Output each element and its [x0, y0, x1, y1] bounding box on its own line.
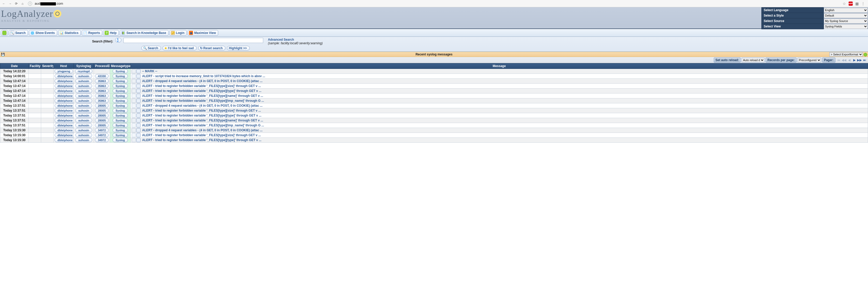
- msgtype-chip[interactable]: Syslog: [113, 84, 128, 88]
- host-chip[interactable]: dbleiphone: [55, 89, 74, 93]
- pid-chip[interactable]: 28005: [95, 118, 109, 122]
- pid-chip[interactable]: 35863: [95, 79, 109, 83]
- reports-button[interactable]: 📄Reports: [82, 30, 102, 36]
- tag-chip[interactable]: suhosin: [75, 84, 92, 88]
- home-icon[interactable]: ⌂: [20, 1, 25, 6]
- msg-action-1-icon[interactable]: [132, 128, 136, 132]
- msg-action-2-icon[interactable]: [136, 103, 141, 108]
- msg-action-2-icon[interactable]: [136, 89, 141, 93]
- filter-expand-button[interactable]: ▾: [115, 38, 121, 42]
- msg-action-2-icon[interactable]: [136, 128, 141, 132]
- msg-action-2-icon[interactable]: [136, 99, 141, 103]
- msgtype-chip[interactable]: Syslog: [113, 133, 128, 137]
- host-chip[interactable]: dbleiphone: [55, 99, 74, 103]
- pid-chip[interactable]: 28005: [95, 123, 109, 127]
- tag-chip[interactable]: suhosin: [75, 103, 92, 108]
- col-header-messagetype[interactable]: Messagetype: [110, 63, 131, 69]
- col-header-processid[interactable]: ProcessID: [94, 63, 110, 69]
- msgtype-chip[interactable]: Syslog: [113, 94, 128, 98]
- tag-chip[interactable]: suhosin: [75, 99, 92, 103]
- show-events-button[interactable]: 🌐Show Events: [29, 30, 57, 36]
- msg-action-1-icon[interactable]: [132, 138, 136, 142]
- pid-chip[interactable]: 35863: [95, 84, 109, 88]
- app-logo[interactable]: LogAnalyzer ANALYSIS & REPORTING: [0, 7, 61, 22]
- host-chip[interactable]: dbleiphone: [55, 79, 74, 83]
- records-label[interactable]: Records per page:: [766, 58, 796, 63]
- adblock-icon[interactable]: ABP: [848, 2, 853, 6]
- msgtype-chip[interactable]: Syslog: [113, 114, 128, 118]
- help-button[interactable]: ?Help: [103, 30, 119, 36]
- site-info-icon[interactable]: i: [28, 2, 32, 6]
- msgtype-chip[interactable]: Syslog: [113, 74, 128, 78]
- tag-chip[interactable]: suhosin: [75, 128, 92, 132]
- pid-chip[interactable]: 35863: [95, 89, 109, 93]
- tag-chip[interactable]: suhosin: [75, 118, 92, 122]
- msg-action-2-icon[interactable]: [136, 138, 141, 142]
- msg-action-2-icon[interactable]: [136, 109, 141, 113]
- message-link[interactable]: -- MARK --: [142, 69, 157, 73]
- tag-chip[interactable]: suhosin: [75, 94, 92, 98]
- pid-chip[interactable]: 35863: [95, 99, 109, 103]
- msgtype-chip[interactable]: Syslog: [113, 89, 128, 93]
- pager-next-icon[interactable]: ▶▶: [857, 58, 862, 62]
- maximize-button[interactable]: ▣Maximize View: [188, 30, 218, 36]
- message-link[interactable]: ALERT - tried to register forbidden vari…: [142, 89, 261, 93]
- advanced-search-link[interactable]: Advanced Search: [268, 38, 294, 41]
- message-link[interactable]: ALERT - tried to register forbidden vari…: [142, 99, 264, 102]
- pid-chip[interactable]: 43330: [95, 74, 109, 78]
- tag-chip[interactable]: suhosin: [75, 79, 92, 83]
- msgtype-chip[interactable]: Syslog: [113, 118, 128, 122]
- host-chip[interactable]: dbleiphone: [55, 114, 74, 118]
- bookmark-star-icon[interactable]: ☆: [843, 2, 846, 6]
- msg-action-1-icon[interactable]: [132, 69, 136, 73]
- col-header-facility[interactable]: Facility: [29, 63, 41, 69]
- msg-action-2-icon[interactable]: [136, 69, 141, 73]
- export-go-icon[interactable]: [864, 53, 867, 56]
- msgtype-chip[interactable]: Syslog: [113, 99, 128, 103]
- host-chip[interactable]: dbleiphone: [55, 109, 74, 113]
- extension-icon[interactable]: ▦: [855, 2, 859, 6]
- header-select-1[interactable]: Default: [824, 13, 868, 18]
- header-select-3[interactable]: Syslog Fields: [824, 24, 868, 29]
- msg-action-1-icon[interactable]: [132, 84, 136, 88]
- feel-sad-button[interactable]: ★I'd like to feel sad: [162, 46, 197, 51]
- pid-chip[interactable]: 34972: [95, 138, 109, 142]
- msg-action-1-icon[interactable]: [132, 123, 136, 127]
- msgtype-chip[interactable]: Syslog: [113, 123, 128, 127]
- filter-input[interactable]: [123, 38, 263, 43]
- tag-chip[interactable]: suhosin: [75, 123, 92, 127]
- msgtype-chip[interactable]: Syslog: [113, 103, 128, 108]
- message-link[interactable]: ALERT - tried to register forbidden vari…: [142, 94, 263, 98]
- host-chip[interactable]: dbleiphone: [55, 103, 74, 108]
- tag-chip[interactable]: rsyslogd: [75, 69, 93, 73]
- msg-action-1-icon[interactable]: [132, 79, 136, 83]
- host-chip[interactable]: dbleiphone: [55, 74, 74, 78]
- msgtype-chip[interactable]: Syslog: [113, 79, 128, 83]
- msg-action-1-icon[interactable]: [132, 99, 136, 103]
- pid-chip[interactable]: 28005: [95, 114, 109, 118]
- host-chip[interactable]: dbleiphone: [55, 118, 74, 122]
- msg-action-2-icon[interactable]: [136, 74, 141, 78]
- msg-action-2-icon[interactable]: [136, 94, 141, 98]
- host-chip[interactable]: dbleiphone: [55, 128, 74, 132]
- header-select-0[interactable]: English: [824, 8, 868, 13]
- tag-chip[interactable]: suhosin: [75, 109, 92, 113]
- message-link[interactable]: ALERT - script tried to increase memory_…: [142, 74, 265, 78]
- host-chip[interactable]: dbleiphone: [55, 133, 74, 137]
- tag-chip[interactable]: suhosin: [75, 89, 92, 93]
- auto-reload-select[interactable]: Auto reload d: [742, 58, 765, 62]
- status-button[interactable]: [1, 30, 8, 36]
- auto-reload-label[interactable]: Set auto reload:: [714, 58, 741, 63]
- do-search-button[interactable]: 🔍Search: [141, 46, 161, 51]
- msg-action-2-icon[interactable]: [136, 123, 141, 127]
- col-header-host[interactable]: Host: [54, 63, 74, 69]
- tag-chip[interactable]: suhosin: [75, 133, 92, 137]
- host-chip[interactable]: dbleiphone: [55, 123, 74, 127]
- tag-chip[interactable]: suhosin: [75, 74, 92, 78]
- msgtype-chip[interactable]: Syslog: [113, 69, 128, 73]
- browser-menu-icon[interactable]: ⋮: [861, 2, 865, 6]
- col-header-message[interactable]: Message: [131, 63, 868, 69]
- host-chip[interactable]: dbleiphone: [55, 84, 74, 88]
- msg-action-1-icon[interactable]: [132, 74, 136, 78]
- host-chip[interactable]: dbleiphone: [55, 94, 74, 98]
